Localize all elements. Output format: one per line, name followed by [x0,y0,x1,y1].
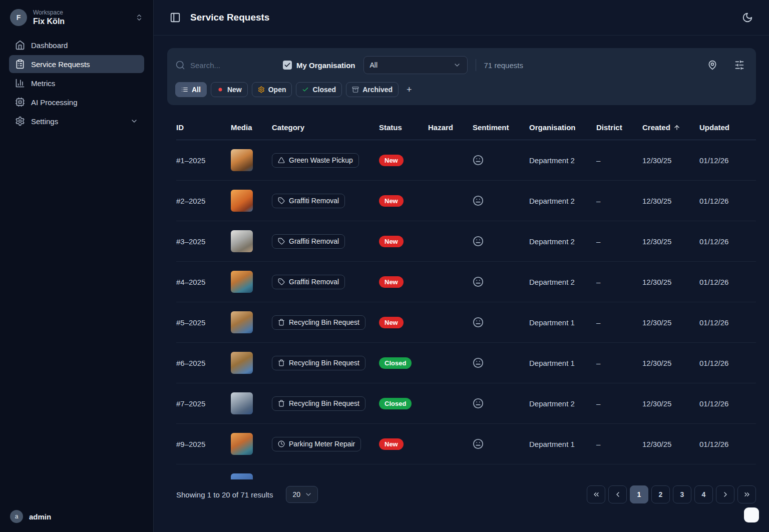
category-chip[interactable]: Graffiti Removal [272,234,345,249]
column-district[interactable]: District [596,123,642,132]
table-row[interactable]: #3–2025 Graffiti Removal New Department … [176,221,756,262]
request-id[interactable]: #4–2025 [176,278,231,286]
created-cell: 12/30/25 [642,318,699,327]
page-button-1[interactable]: 1 [630,485,648,503]
page-size-select[interactable]: 20 [286,486,318,503]
column-updated[interactable]: Updated [699,123,756,132]
table-row[interactable]: #4–2025 Graffiti Removal New Department … [176,262,756,302]
column-id[interactable]: ID [176,123,231,132]
chat-widget-button[interactable] [744,507,759,522]
sidebar-item-dashboard[interactable]: Dashboard [9,36,144,54]
table-row[interactable]: #7–2025 Recycling Bin Request Closed Dep… [176,383,756,424]
organisation-cell: Department 1 [529,440,596,448]
page-size-value: 20 [292,490,300,498]
sidebar: F Workspace Fix Köln Dashboard Service R… [0,0,154,532]
my-organisation-checkbox[interactable] [283,61,292,70]
updated-cell: 01/12/26 [699,156,756,165]
sidebar-item-metrics[interactable]: Metrics [9,74,144,92]
add-view-button[interactable]: + [403,85,416,95]
request-id[interactable]: #7–2025 [176,399,231,408]
category-chip[interactable]: Green Waste Pickup [272,153,359,168]
updated-cell: 01/12/26 [699,318,756,327]
sidebar-toggle-button[interactable] [167,9,184,26]
page-button-4[interactable]: 4 [694,485,713,503]
district-cell: – [596,318,642,327]
tab-all[interactable]: All [175,82,207,97]
table-row[interactable]: #2–2025 Graffiti Removal New Department … [176,181,756,221]
neutral-face-icon [473,155,484,166]
sidebar-item-label: Dashboard [31,41,68,50]
organisation-cell: Department 2 [529,399,596,408]
panel-left-icon [170,12,181,23]
dark-mode-toggle-button[interactable] [739,9,756,26]
cpu-icon [15,97,25,107]
divider [476,59,476,71]
sidebar-item-service-requests[interactable]: Service Requests [9,55,144,73]
media-thumbnail[interactable] [231,352,253,374]
category-chip[interactable]: Recycling Bin Request [272,356,365,370]
column-organisation[interactable]: Organisation [529,123,596,132]
list-icon [181,86,188,93]
tab-archived[interactable]: Archived [346,82,399,97]
table-row[interactable]: #1–2025 Green Waste Pickup New Departmen… [176,140,756,181]
updated-cell: 01/12/26 [699,197,756,205]
table-row-partial [176,464,756,479]
column-hazard[interactable]: Hazard [428,123,473,132]
request-id[interactable]: #3–2025 [176,237,231,246]
column-media[interactable]: Media [231,123,272,132]
map-view-button[interactable] [704,57,721,74]
organisation-select-value: All [370,61,378,69]
category-chip[interactable]: Graffiti Removal [272,194,345,208]
column-created[interactable]: Created [642,123,699,132]
filter-settings-button[interactable] [731,57,748,74]
prev-page-button[interactable] [608,485,627,503]
request-id[interactable]: #5–2025 [176,318,231,327]
neutral-face-icon [473,236,484,247]
tab-new[interactable]: New [211,82,248,97]
neutral-face-icon [473,317,484,328]
user-menu[interactable]: a admin [10,510,51,523]
district-cell: – [596,156,642,165]
gear-icon [15,116,25,126]
media-thumbnail[interactable] [231,311,253,333]
tab-open[interactable]: Open [252,82,292,97]
request-id[interactable]: #1–2025 [176,156,231,165]
category-chip[interactable]: Graffiti Removal [272,275,345,289]
category-chip[interactable]: Recycling Bin Request [272,396,365,411]
search-input[interactable] [190,61,265,70]
sidebar-item-settings[interactable]: Settings [9,112,144,130]
category-chip[interactable]: Parking Meter Repair [272,437,361,451]
page-button-3[interactable]: 3 [673,485,691,503]
sidebar-item-label: AI Processing [31,98,78,107]
first-page-button[interactable] [587,485,605,503]
sidebar-item-ai-processing[interactable]: AI Processing [9,93,144,111]
table-row[interactable]: #6–2025 Recycling Bin Request Closed Dep… [176,343,756,383]
media-thumbnail[interactable] [231,271,253,293]
request-id[interactable]: #9–2025 [176,440,231,448]
tab-label: New [227,86,242,94]
table-row[interactable]: #5–2025 Recycling Bin Request New Depart… [176,302,756,343]
status-badge: New [379,317,404,328]
tab-closed[interactable]: Closed [296,82,342,97]
column-category[interactable]: Category [272,123,379,132]
workspace-switcher[interactable]: F Workspace Fix Köln [0,0,153,36]
table-row[interactable]: #9–2025 Parking Meter Repair New Departm… [176,424,756,464]
category-chip[interactable]: Recycling Bin Request [272,315,365,330]
status-badge: Closed [379,357,412,369]
trash-icon [278,319,285,326]
column-sentiment[interactable]: Sentiment [473,123,529,132]
media-thumbnail[interactable] [231,433,253,455]
page-button-2[interactable]: 2 [651,485,670,503]
request-id[interactable]: #6–2025 [176,359,231,367]
column-status[interactable]: Status [379,123,428,132]
media-thumbnail[interactable] [231,190,253,212]
next-page-button[interactable] [716,485,734,503]
media-thumbnail[interactable] [231,392,253,414]
media-thumbnail[interactable] [231,149,253,171]
my-organisation-filter: My Organisation [283,61,355,70]
category-label: Graffiti Removal [289,237,339,245]
media-thumbnail[interactable] [231,230,253,252]
last-page-button[interactable] [737,485,756,503]
request-id[interactable]: #2–2025 [176,197,231,205]
organisation-select[interactable]: All [363,56,468,74]
